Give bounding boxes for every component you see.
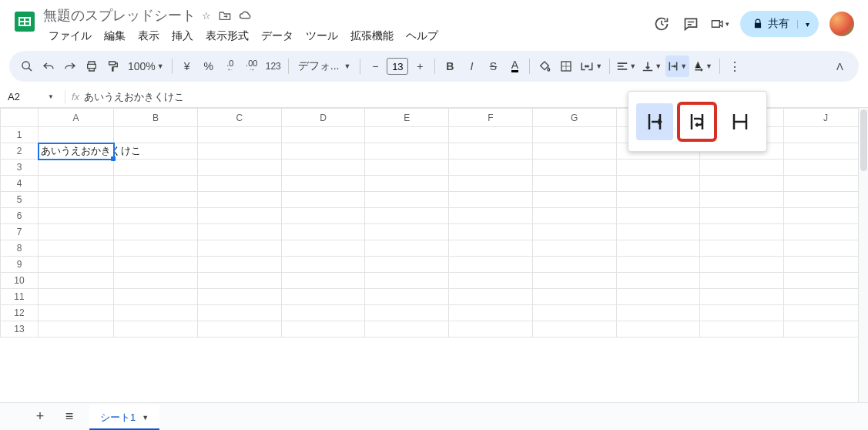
fill-handle[interactable] xyxy=(111,156,116,161)
formula-value[interactable]: あいうえおかきくけこ xyxy=(84,90,184,104)
lock-icon xyxy=(752,18,763,29)
menu-file[interactable]: ファイル xyxy=(43,26,97,46)
meet-icon[interactable]: ▾ xyxy=(711,15,729,33)
share-button[interactable]: 共有 ▾ xyxy=(740,11,819,37)
row-header[interactable]: 6 xyxy=(1,208,39,224)
currency-button[interactable]: ¥ xyxy=(177,55,197,77)
chevron-down-icon: ▼ xyxy=(629,62,636,70)
move-folder-icon[interactable] xyxy=(219,10,231,22)
merge-cells-button[interactable]: ▼ xyxy=(578,55,605,77)
menu-insert[interactable]: 挿入 xyxy=(166,26,199,46)
fill-color-button[interactable] xyxy=(535,55,555,77)
sheet-tabs-bar: + ≡ シート1 ▼ xyxy=(0,402,868,430)
svg-point-6 xyxy=(22,62,29,69)
search-icon[interactable] xyxy=(17,55,37,77)
chevron-down-icon: ▼ xyxy=(595,62,602,70)
text-wrap-button[interactable]: ▼ xyxy=(665,55,689,77)
row-header[interactable]: 1 xyxy=(1,127,39,143)
row-header[interactable]: 7 xyxy=(1,224,39,240)
font-family-dropdown[interactable]: デフォ...▼ xyxy=(293,55,356,77)
menu-format[interactable]: 表示形式 xyxy=(200,26,254,46)
print-button[interactable] xyxy=(82,55,102,77)
italic-button[interactable]: I xyxy=(461,55,481,77)
wrap-clip-option[interactable] xyxy=(722,103,759,140)
row-header[interactable]: 9 xyxy=(1,257,39,273)
menu-help[interactable]: ヘルプ xyxy=(400,26,444,46)
borders-button[interactable] xyxy=(556,55,576,77)
column-header-B[interactable]: B xyxy=(114,109,198,127)
percent-button[interactable]: % xyxy=(199,55,219,77)
column-header-D[interactable]: D xyxy=(281,109,365,127)
menu-tools[interactable]: ツール xyxy=(300,26,344,46)
row-header[interactable]: 3 xyxy=(1,160,39,176)
svg-rect-4 xyxy=(24,17,25,26)
row-header[interactable]: 5 xyxy=(1,192,39,208)
column-header-A[interactable]: A xyxy=(39,109,114,127)
add-sheet-button[interactable]: + xyxy=(31,408,49,426)
row-header[interactable]: 2 xyxy=(1,143,39,160)
undo-button[interactable] xyxy=(39,55,59,77)
cloud-status-icon[interactable] xyxy=(239,10,253,22)
share-label: 共有 xyxy=(768,17,789,31)
increase-decimal-button[interactable]: .00→ xyxy=(242,55,262,77)
document-title[interactable]: 無題のスプレッドシート xyxy=(43,6,196,25)
account-avatar[interactable] xyxy=(829,12,854,36)
all-sheets-button[interactable]: ≡ xyxy=(60,408,79,426)
select-all-corner[interactable] xyxy=(1,109,39,127)
name-box[interactable]: A2 ▼ xyxy=(8,91,59,102)
sheets-logo[interactable] xyxy=(9,6,40,37)
bold-button[interactable]: B xyxy=(440,55,460,77)
vertical-scrollbar[interactable] xyxy=(858,108,868,412)
sheet-tab[interactable]: シート1 ▼ xyxy=(89,405,159,431)
column-header-G[interactable]: G xyxy=(532,109,616,127)
text-rotation-button[interactable]: ▼ xyxy=(691,55,715,77)
history-icon[interactable] xyxy=(652,15,671,33)
comment-icon[interactable] xyxy=(682,15,700,33)
menu-bar: ファイル 編集 表示 挿入 表示形式 データ ツール 拡張機能 ヘルプ xyxy=(43,26,652,46)
column-header-E[interactable]: E xyxy=(365,109,449,127)
cell-A2[interactable]: あいうえおかきくけこ xyxy=(39,143,114,160)
chevron-down-icon: ▼ xyxy=(344,62,350,70)
font-size-increase[interactable]: + xyxy=(410,55,430,77)
zoom-dropdown[interactable]: 100%▼ xyxy=(125,55,167,77)
chevron-down-icon[interactable]: ▼ xyxy=(142,414,149,422)
menu-view[interactable]: 表示 xyxy=(132,26,165,46)
paint-format-button[interactable] xyxy=(103,55,123,77)
star-icon[interactable]: ☆ xyxy=(202,10,211,22)
chevron-down-icon: ▼ xyxy=(680,62,687,70)
menu-data[interactable]: データ xyxy=(256,26,299,46)
strikethrough-button[interactable]: S xyxy=(483,55,503,77)
column-header-C[interactable]: C xyxy=(197,109,281,127)
chevron-down-icon: ▼ xyxy=(705,62,712,70)
svg-rect-5 xyxy=(29,17,31,26)
chevron-down-icon: ▼ xyxy=(157,62,164,70)
chevron-down-icon: ▾ xyxy=(726,20,729,28)
menu-extensions[interactable]: 拡張機能 xyxy=(345,26,399,46)
row-header[interactable]: 11 xyxy=(1,289,39,305)
column-header-J[interactable]: J xyxy=(784,109,868,127)
row-header[interactable]: 4 xyxy=(1,176,39,192)
text-wrap-popup xyxy=(628,91,767,152)
svg-rect-3 xyxy=(18,17,20,26)
menu-edit[interactable]: 編集 xyxy=(99,26,131,46)
collapse-toolbar-icon[interactable]: ᐱ xyxy=(828,55,851,78)
chevron-down-icon[interactable]: ▾ xyxy=(797,20,809,29)
number-format-button[interactable]: 123 xyxy=(263,55,283,77)
row-header[interactable]: 12 xyxy=(1,305,39,321)
row-header[interactable]: 13 xyxy=(1,321,39,338)
wrap-wrap-option[interactable] xyxy=(679,103,716,140)
redo-button[interactable] xyxy=(60,55,80,77)
text-color-button[interactable]: A xyxy=(504,55,524,77)
row-header[interactable]: 10 xyxy=(1,273,39,289)
chevron-down-icon: ▼ xyxy=(48,93,54,100)
vertical-align-button[interactable]: ▼ xyxy=(640,55,664,77)
decrease-decimal-button[interactable]: .0← xyxy=(220,55,240,77)
horizontal-align-button[interactable]: ▼ xyxy=(615,55,638,77)
font-size-input[interactable] xyxy=(387,58,408,75)
more-toolbar-icon[interactable]: ⋮ xyxy=(725,55,745,77)
column-header-F[interactable]: F xyxy=(449,109,533,127)
wrap-overflow-option[interactable] xyxy=(636,103,673,140)
chevron-down-icon: ▼ xyxy=(655,62,662,70)
row-header[interactable]: 8 xyxy=(1,240,39,257)
font-size-decrease[interactable]: − xyxy=(365,55,385,77)
